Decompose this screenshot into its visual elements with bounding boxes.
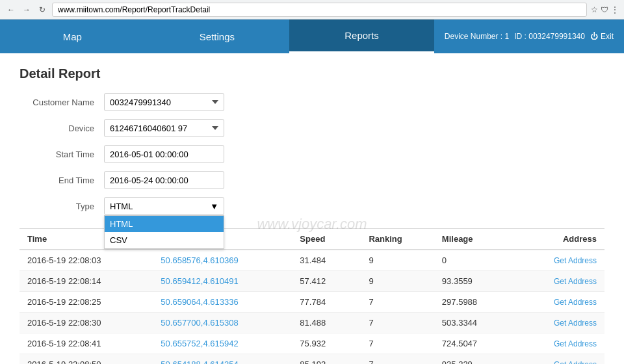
table-row: 2016-5-19 22:08:14 50.659412,4.610491 57… [20, 271, 604, 292]
col-header-mileage: Mileage [434, 229, 517, 250]
cell-address: Get Address [517, 354, 604, 365]
table-row: 2016-5-19 22:08:25 50.659064,4.613336 77… [20, 292, 604, 313]
cell-llc: 50.655752,4.615942 [153, 333, 292, 354]
tab-settings[interactable]: Settings [145, 20, 290, 53]
llc-link[interactable]: 50.657700,4.615308 [161, 318, 238, 328]
cell-ranking: 7 [361, 354, 434, 365]
get-address-link[interactable]: Get Address [554, 277, 597, 286]
type-select-display[interactable]: HTML ▼ [104, 197, 224, 215]
cell-mileage: 935.229 [434, 354, 517, 365]
col-header-ranking: Ranking [361, 229, 434, 250]
cell-llc: 50.659412,4.610491 [153, 271, 292, 292]
device-id-label: ID : 0032479991340 [514, 32, 585, 41]
cell-address: Get Address [517, 333, 604, 354]
cell-llc: 50.658576,4.610369 [153, 250, 292, 271]
shield-icon: 🛡 [601, 5, 608, 14]
get-address-link[interactable]: Get Address [554, 298, 597, 307]
cell-speed: 75.932 [292, 333, 361, 354]
llc-link[interactable]: 50.659064,4.613336 [161, 297, 238, 307]
device-row: Device 61246716040601 97 [20, 119, 604, 137]
customer-name-select[interactable]: 0032479991340 [104, 93, 224, 111]
cell-time: 2016-5-19 22:08:30 [20, 313, 153, 333]
llc-link[interactable]: 50.659412,4.610491 [161, 276, 238, 286]
type-row: Type HTML ▼ HTML CSV [20, 197, 604, 215]
exit-button[interactable]: ⏻ Exit [590, 32, 614, 41]
table-row: 2016-5-19 22:08:30 50.657700,4.615308 81… [20, 313, 604, 333]
cell-time: 2016-5-19 22:08:50 [20, 354, 153, 365]
browser-icons: ☆ 🛡 ⋮ [591, 5, 619, 14]
cell-ranking: 9 [361, 250, 434, 271]
type-option-html[interactable]: HTML [105, 216, 224, 232]
page-title: Detail Report [20, 66, 604, 81]
get-address-link[interactable]: Get Address [554, 339, 597, 348]
cell-speed: 81.488 [292, 313, 361, 333]
start-time-input[interactable] [104, 145, 224, 163]
end-time-label: End Time [20, 176, 104, 185]
cell-speed: 57.412 [292, 271, 361, 292]
col-header-address: Address [517, 229, 604, 250]
llc-link[interactable]: 50.655752,4.615942 [161, 339, 238, 348]
end-time-input[interactable] [104, 171, 224, 189]
type-select-wrapper: HTML ▼ HTML CSV [104, 197, 224, 215]
url-bar[interactable] [52, 3, 587, 17]
device-label: Device [20, 124, 104, 133]
cell-ranking: 7 [361, 313, 434, 333]
cell-time: 2016-5-19 22:08:25 [20, 292, 153, 313]
tab-reports[interactable]: Reports [289, 20, 434, 53]
main-content: Detail Report Customer Name 003247999134… [0, 53, 624, 364]
menu-icon[interactable]: ⋮ [611, 5, 619, 14]
cell-speed: 77.784 [292, 292, 361, 313]
cell-mileage: 93.3559 [434, 271, 517, 292]
cell-mileage: 0 [434, 250, 517, 271]
cell-ranking: 7 [361, 292, 434, 313]
cell-address: Get Address [517, 313, 604, 333]
cell-mileage: 724.5047 [434, 333, 517, 354]
nav-right: Device Number : 1 ID : 0032479991340 ⏻ E… [434, 20, 624, 53]
type-option-csv[interactable]: CSV [105, 232, 224, 248]
cell-address: Get Address [517, 271, 604, 292]
cell-address: Get Address [517, 292, 604, 313]
get-address-link[interactable]: Get Address [554, 360, 597, 364]
cell-llc: 50.654188,4.614254 [153, 354, 292, 365]
cell-speed: 85.192 [292, 354, 361, 365]
cell-time: 2016-5-19 22:08:03 [20, 250, 153, 271]
table-row: 2016-5-19 22:08:50 50.654188,4.614254 85… [20, 354, 604, 365]
cell-mileage: 297.5988 [434, 292, 517, 313]
customer-name-row: Customer Name 0032479991340 [20, 93, 604, 111]
device-number-label: Device Number : 1 [445, 32, 509, 41]
cell-llc: 50.657700,4.615308 [153, 313, 292, 333]
cell-time: 2016-5-19 22:08:41 [20, 333, 153, 354]
reload-button[interactable]: ↻ [36, 4, 48, 16]
forward-button[interactable]: → [21, 4, 32, 16]
exit-icon: ⏻ [590, 32, 598, 41]
get-address-link[interactable]: Get Address [554, 256, 597, 265]
col-header-speed: Speed [292, 229, 361, 250]
get-address-link[interactable]: Get Address [554, 318, 597, 328]
cell-address: Get Address [517, 250, 604, 271]
table-row: 2016-5-19 22:08:03 50.658576,4.610369 31… [20, 250, 604, 271]
type-chevron-icon: ▼ [210, 202, 218, 211]
device-select[interactable]: 61246716040601 97 [104, 119, 224, 137]
back-button[interactable]: ← [5, 4, 17, 16]
type-selected-value: HTML [110, 202, 133, 211]
customer-name-label: Customer Name [20, 98, 104, 107]
start-time-row: Start Time [20, 145, 604, 163]
cell-speed: 31.484 [292, 250, 361, 271]
cell-ranking: 9 [361, 271, 434, 292]
start-time-label: Start Time [20, 150, 104, 159]
tab-map[interactable]: Map [0, 20, 145, 53]
cell-time: 2016-5-19 22:08:14 [20, 271, 153, 292]
type-label: Type [20, 202, 104, 211]
end-time-row: End Time [20, 171, 604, 189]
cell-mileage: 503.3344 [434, 313, 517, 333]
llc-link[interactable]: 50.658576,4.610369 [161, 255, 238, 265]
cell-ranking: 7 [361, 333, 434, 354]
top-nav: Map Settings Reports Device Number : 1 I… [0, 20, 624, 53]
type-dropdown: HTML CSV [104, 215, 224, 249]
browser-bar: ← → ↻ ☆ 🛡 ⋮ [0, 0, 624, 20]
llc-link[interactable]: 50.654188,4.614254 [161, 359, 238, 364]
cell-llc: 50.659064,4.613336 [153, 292, 292, 313]
table-row: 2016-5-19 22:08:41 50.655752,4.615942 75… [20, 333, 604, 354]
bookmark-icon[interactable]: ☆ [591, 5, 598, 14]
